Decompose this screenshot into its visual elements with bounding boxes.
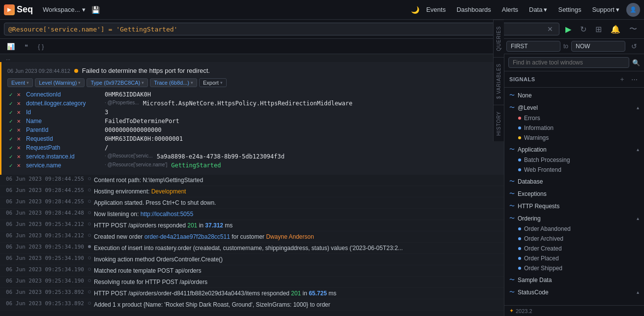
signal-item-order-placed[interactable]: Order Placed — [518, 253, 644, 263]
signal-group-ordering-header[interactable]: 〜 Ordering — [504, 213, 644, 224]
prop-check-icon[interactable]: ✓ — [7, 126, 14, 133]
prop-x-icon[interactable]: ✕ — [15, 91, 22, 98]
prop-check-icon[interactable]: ✓ — [7, 100, 14, 107]
signal-item-warnings[interactable]: Warnings — [518, 133, 644, 143]
log-row[interactable]: 06 Jun 2023 09:25:33.892 HTTP POST /api/… — [0, 288, 504, 299]
localhost-link[interactable]: http://localhost:5055 — [141, 211, 193, 218]
log-row[interactable]: 06 Jun 2023 09:25:34.190 Invoking action… — [0, 254, 504, 265]
prop-x-icon[interactable]: ✕ — [15, 126, 22, 133]
order-created-dot — [518, 247, 521, 250]
time-to-input[interactable] — [571, 41, 625, 52]
signal-item-order-abandoned[interactable]: Order Abandoned — [518, 224, 644, 234]
save-icon[interactable]: 💾 — [91, 6, 100, 14]
signal-group-sample: 〜 Sample Data — [504, 274, 644, 285]
log-row[interactable]: 06 Jun 2023 09:28:44.248 Now listening o… — [0, 209, 504, 220]
application-chevron-icon — [637, 147, 639, 152]
signal-item-order-archived[interactable]: Order Archived — [518, 234, 644, 244]
prop-x-icon[interactable]: ✕ — [15, 144, 22, 151]
avatar[interactable]: 👤 — [626, 3, 640, 17]
signal-item-web-frontend[interactable]: Web Frontend — [518, 165, 644, 175]
signals-more-button[interactable]: ⋯ — [630, 74, 639, 84]
workspace-button[interactable]: Workspace... — [39, 4, 89, 15]
prop-row: ✓✕ service.name · @Resource['service.nam… — [7, 161, 498, 170]
prop-check-icon[interactable]: ✓ — [7, 162, 14, 169]
log-row[interactable]: 06 Jun 2023 09:25:34.212 HTTP POST /api/… — [0, 220, 504, 231]
signal-group-sample-header[interactable]: 〜 Sample Data — [504, 274, 644, 285]
log-dot — [88, 222, 91, 225]
signals-content[interactable]: 〜 None 〜 @Level Errors — [504, 88, 644, 305]
signal-item-order-shipped[interactable]: Order Shipped — [518, 263, 644, 273]
query-refresh-button[interactable]: ↻ — [577, 24, 589, 35]
signal-group-database-header[interactable]: 〜 Database — [504, 176, 644, 187]
event-tag-trace[interactable]: Trace (6b8d...) ▾ — [150, 78, 197, 87]
version-label: 2023.2 — [516, 308, 532, 314]
prop-x-icon[interactable]: ✕ — [15, 109, 22, 116]
signal-item-order-created[interactable]: Order Created — [518, 244, 644, 253]
signal-item-batch-processing[interactable]: Batch Processing — [518, 155, 644, 165]
signals-add-button[interactable]: ＋ — [617, 74, 627, 84]
event-tag-level[interactable]: Level (Warning) ▾ — [35, 78, 85, 87]
time-from-input[interactable] — [506, 41, 560, 52]
tab-history[interactable]: HISTORY — [494, 105, 504, 142]
query-alert-button[interactable]: 🔔 — [608, 24, 623, 35]
signal-group-none-header[interactable]: 〜 None — [504, 90, 644, 101]
query-clear-icon[interactable]: ✕ — [545, 25, 555, 33]
prop-check-icon[interactable]: ✓ — [7, 91, 14, 98]
prop-check-icon[interactable]: ✓ — [7, 144, 14, 151]
prop-check-icon[interactable]: ✓ — [7, 118, 14, 125]
prop-x-icon[interactable]: ✕ — [15, 153, 22, 160]
prop-x-icon[interactable]: ✕ — [15, 100, 22, 107]
prop-check-icon[interactable]: ✓ — [7, 109, 14, 116]
query-stream-button[interactable]: 〜 — [626, 23, 640, 35]
signal-group-statuscode-header[interactable]: 〜 StatusCode — [504, 286, 644, 298]
time-refresh-button[interactable]: ↺ — [628, 41, 640, 52]
log-row[interactable]: 06 Jun 2023 09:25:34.190 Matched route t… — [0, 265, 504, 277]
prop-check-icon[interactable]: ✓ — [7, 135, 14, 142]
prop-x-icon[interactable]: ✕ — [15, 135, 22, 142]
nav-settings[interactable]: Settings — [553, 4, 586, 15]
list-view-button[interactable]: ❝ — [22, 41, 31, 52]
order-link[interactable]: order-de4a21aae97f2ba28cc511 — [145, 233, 230, 240]
prop-check-icon[interactable]: ✓ — [7, 153, 14, 160]
support-chevron-icon — [616, 6, 619, 13]
nav-alerts[interactable]: Alerts — [497, 4, 523, 15]
log-row[interactable]: 06 Jun 2023 09:28:44.255 Application sta… — [0, 197, 504, 209]
signal-group-level-header[interactable]: 〜 @Level — [504, 102, 644, 113]
event-tag-event[interactable]: Event ▾ — [7, 78, 33, 87]
signal-group-database: 〜 Database — [504, 176, 644, 187]
log-dot — [88, 290, 91, 293]
event-header: 06 Jun 2023 09:28:44.812 Failed to deter… — [1, 66, 504, 76]
event-tag-type[interactable]: Type (0x972BC8CA) ▾ — [87, 78, 148, 87]
run-query-button[interactable]: ▶ — [562, 24, 574, 35]
log-area[interactable]: ... 06 Jun 2023 09:28:44.812 Failed to d… — [0, 54, 504, 316]
query-grid-button[interactable]: ⊞ — [592, 24, 605, 35]
level-chevron-icon — [637, 105, 639, 110]
log-row[interactable]: 06 Jun 2023 09:28:44.255 Hosting environ… — [0, 186, 504, 197]
log-row[interactable]: 06 Jun 2023 09:28:44.255 Content root pa… — [0, 175, 504, 186]
chart-view-button[interactable]: 📊 — [4, 41, 18, 52]
order-placed-dot — [518, 257, 521, 260]
tab-queries[interactable]: QUERIES — [494, 54, 504, 57]
signal-group-http-header[interactable]: 〜 HTTP Requests — [504, 200, 644, 212]
log-row[interactable]: 06 Jun 2023 09:25:33.892 Added 1 x produ… — [0, 299, 504, 311]
signal-group-exceptions-header[interactable]: 〜 Exceptions — [504, 188, 644, 199]
json-view-button[interactable]: { } — [35, 41, 47, 52]
signal-item-errors[interactable]: Errors — [518, 113, 644, 123]
signal-item-information[interactable]: Information — [518, 123, 644, 133]
prop-x-icon[interactable]: ✕ — [15, 118, 22, 125]
log-row[interactable]: 06 Jun 2023 09:25:34.212 Created new ord… — [0, 231, 504, 243]
find-input[interactable] — [508, 57, 629, 68]
log-row[interactable]: 06 Jun 2023 09:25:34.190 Resolving route… — [0, 277, 504, 288]
nav-support[interactable]: Support — [587, 4, 624, 15]
nav-events[interactable]: Events — [421, 4, 451, 15]
event-tag-export[interactable]: Export ▾ — [199, 78, 227, 87]
theme-icon[interactable]: 🌙 — [411, 6, 419, 14]
log-row[interactable]: 06 Jun 2023 09:25:34.190 Execution of in… — [0, 243, 504, 254]
signal-group-application-header[interactable]: 〜 Application — [504, 144, 644, 155]
nav-data[interactable]: Data — [524, 4, 552, 15]
version-icon: ✦ — [509, 308, 514, 314]
nav-dashboards[interactable]: Dashboards — [452, 4, 496, 15]
query-input[interactable] — [8, 26, 545, 33]
tab-variables[interactable]: $ VARIABLES — [494, 57, 504, 105]
prop-x-icon[interactable]: ✕ — [15, 162, 22, 169]
